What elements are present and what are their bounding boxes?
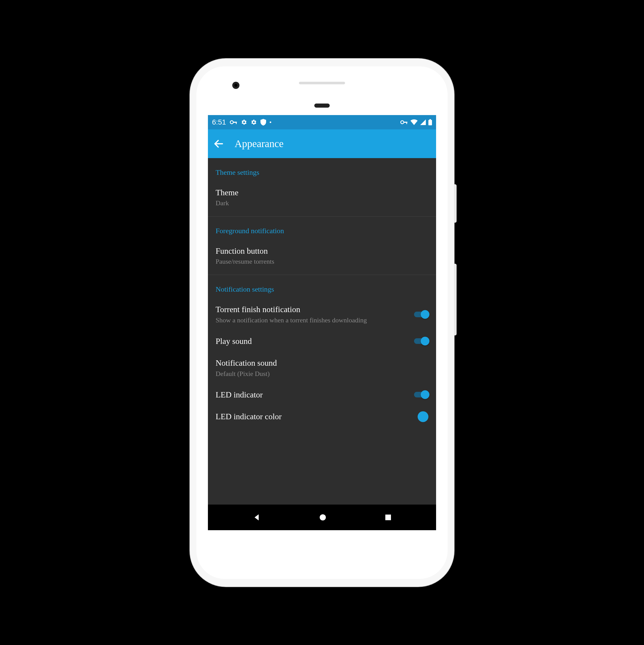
switch-play-sound[interactable] xyxy=(414,337,429,345)
volume-button xyxy=(454,264,457,336)
section-header-foreground: Foreground notification xyxy=(208,217,436,240)
switch-torrent-finish[interactable] xyxy=(414,310,429,318)
svg-point-0 xyxy=(230,121,233,124)
svg-point-9 xyxy=(320,514,326,520)
svg-point-3 xyxy=(401,121,404,124)
vpn-key-icon xyxy=(230,120,237,125)
row-led-indicator-title: LED indicator xyxy=(215,390,407,400)
led-color-swatch[interactable] xyxy=(418,411,429,422)
clock: 6:51 xyxy=(212,118,226,126)
status-right xyxy=(400,119,432,125)
phone-frame: 6:51 Appearance xyxy=(190,59,454,587)
battery-icon xyxy=(429,119,432,125)
status-bar: 6:51 xyxy=(208,115,436,130)
settings-gear-icon xyxy=(241,119,247,125)
cell-signal-icon xyxy=(420,120,426,125)
status-left: 6:51 xyxy=(212,118,271,126)
section-header-notifications: Notification settings xyxy=(208,275,436,298)
row-play-sound-title: Play sound xyxy=(215,336,407,347)
back-arrow-icon[interactable] xyxy=(213,138,224,149)
row-led-indicator[interactable]: LED indicator xyxy=(208,384,436,406)
section-header-theme: Theme settings xyxy=(208,158,436,182)
row-notification-sound-sub: Default (Pixie Dust) xyxy=(215,370,429,378)
shield-icon xyxy=(261,119,266,126)
row-torrent-finish-title: Torrent finish notification xyxy=(215,304,407,315)
row-play-sound[interactable]: Play sound xyxy=(208,330,436,352)
screen: 6:51 Appearance xyxy=(208,115,436,530)
row-theme[interactable]: Theme Dark xyxy=(208,182,436,213)
sensor-bar xyxy=(314,103,330,108)
svg-rect-7 xyxy=(429,120,432,125)
svg-rect-10 xyxy=(385,514,391,520)
row-notification-sound-title: Notification sound xyxy=(215,358,429,369)
settings-gear-icon xyxy=(251,119,257,125)
notification-dot-icon xyxy=(270,122,271,123)
android-nav-bar xyxy=(208,504,436,530)
row-function-button-title: Function button xyxy=(215,246,429,256)
svg-rect-5 xyxy=(407,122,407,124)
settings-content[interactable]: Theme settings Theme Dark Foreground not… xyxy=(208,158,436,504)
row-torrent-finish-sub: Show a notification when a torrent finis… xyxy=(215,316,407,325)
phone-bezel: 6:51 Appearance xyxy=(196,66,448,579)
row-led-color-title: LED indicator color xyxy=(215,411,410,422)
vpn-key-icon xyxy=(400,120,408,125)
row-function-button[interactable]: Function button Pause/resume torrents xyxy=(208,240,436,272)
row-theme-title: Theme xyxy=(215,187,429,198)
row-notification-sound[interactable]: Notification sound Default (Pixie Dust) xyxy=(208,352,436,384)
svg-rect-2 xyxy=(236,122,236,124)
nav-back-icon[interactable] xyxy=(253,513,261,521)
app-bar: Appearance xyxy=(208,130,436,158)
row-torrent-finish[interactable]: Torrent finish notification Show a notif… xyxy=(208,298,436,330)
switch-led-indicator[interactable] xyxy=(414,391,429,399)
row-led-color[interactable]: LED indicator color xyxy=(208,406,436,428)
nav-home-icon[interactable] xyxy=(319,514,326,521)
nav-recent-icon[interactable] xyxy=(385,514,391,521)
earpiece-slot xyxy=(299,82,345,84)
row-theme-sub: Dark xyxy=(215,199,429,208)
row-function-button-sub: Pause/resume torrents xyxy=(215,257,429,266)
svg-rect-6 xyxy=(430,119,431,120)
front-camera xyxy=(232,82,239,89)
power-button xyxy=(454,184,457,223)
wifi-icon xyxy=(411,120,418,125)
page-title: Appearance xyxy=(234,138,284,150)
